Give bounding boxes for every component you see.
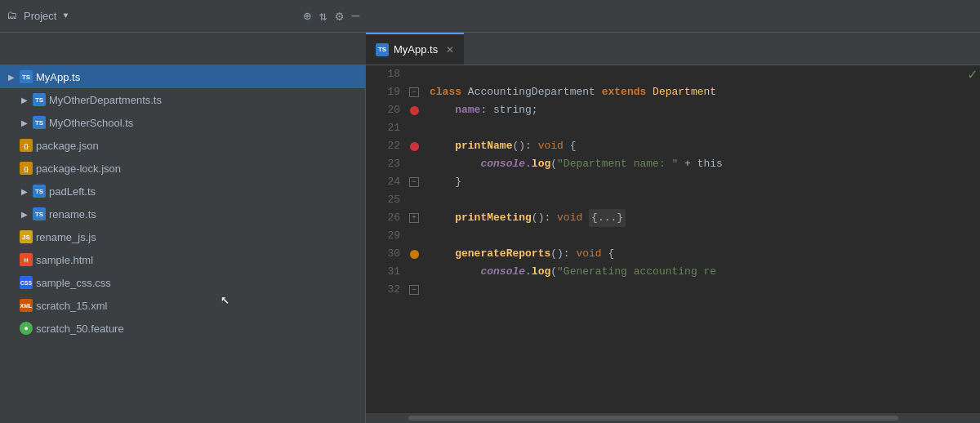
code-line-20: name : string ; [430, 101, 980, 119]
project-panel-header: 🗂 Project ▼ ⊕ ⇅ ⚙ — [7, 8, 372, 24]
code-line-26: printMeeting (): void {...} [430, 209, 980, 227]
file-label: MyOtherDepartments.ts [49, 94, 162, 106]
method-name: generateReports [455, 245, 550, 263]
type-name: string [493, 101, 532, 119]
tab-bar: TS MyApp.ts ✕ [0, 33, 980, 65]
minimize-icon[interactable]: — [351, 9, 359, 24]
project-dropdown-icon[interactable]: ▼ [63, 11, 68, 20]
file-label: scratch_15.xml [36, 300, 107, 312]
layout-icon[interactable]: ⇅ [319, 8, 327, 24]
tab-myapp-ts[interactable]: TS MyApp.ts ✕ [366, 33, 464, 65]
file-label: MyApp.ts [36, 71, 80, 83]
sidebar-item-sample-html[interactable]: H sample.html [0, 248, 365, 271]
json-file-icon [20, 139, 33, 152]
code-line-25 [430, 191, 980, 209]
toolbar-icons: ⊕ ⇅ ⚙ — [303, 8, 359, 24]
tab-close-icon[interactable]: ✕ [446, 44, 454, 56]
code-editor: 18 19 20 21 22 23 24 25 26 29 30 31 32 [366, 65, 980, 423]
xml-file-icon: XML [20, 299, 33, 312]
keyword-void: void [557, 209, 582, 227]
arrow-expanded-icon [7, 72, 16, 82]
json-file-icon [20, 162, 33, 175]
arrow-expanded-icon [20, 186, 29, 196]
ts-file-icon: TS [33, 185, 46, 198]
class-name: AccountingDepartment [468, 83, 595, 101]
project-window-icon: 🗂 [7, 10, 17, 22]
top-bar: 🗂 Project ▼ ⊕ ⇅ ⚙ — [0, 0, 980, 33]
fold-icon[interactable]: − [409, 285, 419, 295]
console-keyword: console [480, 155, 525, 173]
feature-file-icon: ● [20, 322, 33, 335]
project-label: Project [24, 10, 56, 22]
sidebar-item-myapp-ts[interactable]: TS MyApp.ts [0, 65, 365, 88]
ts-file-icon: TS [33, 116, 46, 129]
fold-icon[interactable]: − [409, 87, 419, 97]
sidebar-item-myotherdept[interactable]: TS MyOtherDepartments.ts [0, 88, 365, 111]
sidebar-item-package-lock-json[interactable]: package-lock.json [0, 157, 365, 180]
code-content: 18 19 20 21 22 23 24 25 26 29 30 31 32 [366, 65, 980, 413]
code-line-32 [430, 281, 980, 299]
css-file-icon: CSS [20, 276, 33, 289]
scrollbar-thumb[interactable] [408, 416, 898, 421]
code-line-24: } [430, 173, 980, 191]
keyword-class: class [430, 83, 461, 101]
breakpoint-orange-icon[interactable] [410, 250, 419, 259]
breakpoint-red-icon[interactable] [410, 106, 419, 115]
sidebar-item-padleft[interactable]: TS padLeft.ts [0, 180, 365, 203]
string-literal: "Generating accounting re [557, 263, 716, 281]
code-line-22: printName (): void { [430, 137, 980, 155]
file-label: rename_js.js [36, 231, 96, 243]
line-numbers: 18 19 20 21 22 23 24 25 26 29 30 31 32 [366, 65, 405, 413]
settings-icon[interactable]: ⚙ [336, 8, 344, 24]
property-name: name [455, 101, 480, 119]
collapsed-block[interactable]: {...} [589, 209, 626, 227]
tab-filename: MyApp.ts [394, 43, 438, 56]
sidebar-item-rename-ts[interactable]: TS rename.ts [0, 203, 365, 225]
html-file-icon: H [20, 253, 33, 266]
add-icon[interactable]: ⊕ [303, 8, 311, 24]
main-layout: TS MyApp.ts TS MyOtherDepartments.ts TS … [0, 65, 980, 423]
file-label: scratch_50.feature [36, 323, 124, 335]
ts-file-icon: TS [20, 70, 33, 83]
code-line-21 [430, 119, 980, 137]
file-label: rename.ts [49, 208, 96, 220]
file-label: padLeft.ts [49, 185, 96, 198]
keyword-extends: extends [602, 83, 647, 101]
file-label: MyOtherSchool.ts [49, 117, 133, 129]
keyword-void: void [538, 137, 564, 155]
sidebar-item-scratch-feature[interactable]: ● scratch_50.feature [0, 317, 365, 340]
code-line-19: class AccountingDepartment extends Depar… [430, 83, 980, 101]
fold-icon[interactable]: − [409, 177, 419, 187]
code-line-29 [430, 227, 980, 245]
code-line-31: console . log ( "Generating accounting r… [430, 263, 980, 281]
ts-file-icon: TS [33, 93, 46, 106]
arrow-expanded-icon [20, 118, 29, 127]
arrow-expanded-icon [20, 95, 29, 105]
sidebar: TS MyApp.ts TS MyOtherDepartments.ts TS … [0, 65, 366, 423]
sidebar-item-myotherschool[interactable]: TS MyOtherSchool.ts [0, 111, 365, 134]
ts-file-icon: TS [33, 207, 46, 220]
js-file-icon: JS [20, 230, 33, 243]
keyword-void: void [576, 245, 601, 263]
sidebar-item-sample-css[interactable]: CSS sample_css.css [0, 271, 365, 294]
code-line-18 [430, 65, 980, 83]
code-lines: ✓ class AccountingDepartment extends Dep… [423, 65, 980, 413]
sidebar-item-rename-js[interactable]: JS rename_js.js [0, 225, 365, 248]
file-label: package.json [36, 140, 99, 152]
file-label: package-lock.json [36, 163, 121, 175]
sidebar-item-scratch-xml[interactable]: XML scratch_15.xml [0, 294, 365, 317]
sidebar-item-package-json[interactable]: package.json [0, 134, 365, 157]
code-line-23: console . log ( "Department name: " + th… [430, 155, 980, 173]
breakpoint-red-icon[interactable] [410, 142, 419, 151]
fold-plus-icon[interactable]: + [409, 213, 419, 223]
tab-ts-icon: TS [376, 43, 389, 56]
arrow-expanded-icon [20, 209, 29, 219]
string-literal: "Department name: " [557, 155, 678, 173]
horizontal-scrollbar[interactable] [366, 413, 980, 423]
console-keyword: console [480, 263, 525, 281]
file-label: sample.html [36, 254, 93, 266]
code-line-30: generateReports (): void { [430, 245, 980, 263]
log-method: log [532, 263, 550, 281]
file-label: sample_css.css [36, 277, 111, 289]
gutter: − − [405, 65, 423, 413]
